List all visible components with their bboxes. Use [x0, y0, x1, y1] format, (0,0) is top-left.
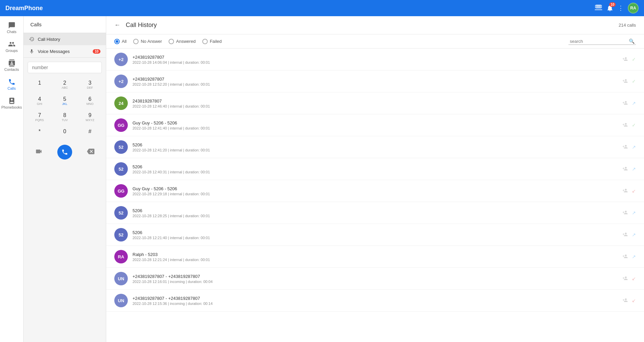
sidebar-item-contacts[interactable]: Contacts [0, 57, 23, 74]
dial-key-hash[interactable]: # [78, 126, 102, 141]
back-button[interactable]: ← [114, 22, 120, 29]
phonebooks-label: Phonebooks [1, 105, 22, 109]
call-out-icon[interactable]: ↗ [632, 254, 636, 259]
filter-no-answer[interactable]: No Answer [133, 39, 162, 44]
call-button[interactable] [57, 145, 72, 160]
add-contact-icon[interactable] [622, 297, 628, 304]
filter-failed[interactable]: Failed [202, 39, 222, 44]
call-item[interactable]: UN +243819287807 - +243819287807 2022-10… [106, 290, 644, 312]
user-avatar[interactable]: RA [628, 3, 639, 13]
call-actions: ✓ [622, 56, 636, 63]
call-info: Ralph - 5203 2022-10-28 12:21:24 | inter… [133, 252, 618, 262]
dial-key-0[interactable]: 0 [53, 126, 77, 141]
call-missed-icon[interactable]: ↙ [632, 188, 636, 194]
dial-key-6[interactable]: 6MNO [78, 93, 102, 108]
dial-key-1[interactable]: 1 [28, 77, 52, 92]
call-item[interactable]: GG Guy Guy - 5206 - 5206 2022-10-28 12:4… [106, 114, 644, 136]
video-call-icon[interactable] [35, 148, 42, 157]
call-item[interactable]: GG Guy Guy - 5206 - 5206 2022-10-28 12:2… [106, 180, 644, 202]
call-info: Guy Guy - 5206 - 5206 2022-10-28 12:29:1… [133, 186, 618, 196]
sidebar-item-phonebooks[interactable]: Phonebooks [0, 94, 23, 112]
call-item[interactable]: +2 +243819287807 2022-10-28 12:52:20 | i… [106, 70, 644, 92]
notifications-bell[interactable]: 10 [606, 4, 614, 12]
dial-key-5[interactable]: 5JKL [53, 93, 77, 108]
call-meta: 2022-10-28 12:41:20 | internal | duratio… [133, 148, 618, 152]
page-title: Call History [126, 22, 613, 29]
call-info: +243819287807 2022-10-28 14:06:04 | inte… [133, 55, 618, 64]
call-info: 5206 2022-10-28 12:21:40 | internal | du… [133, 230, 618, 240]
call-actions: ✓ [622, 78, 636, 85]
main-content: ← Call History 214 calls All No Answer A… [106, 16, 644, 342]
app-logo: DreamPhone [5, 5, 595, 12]
filter-all[interactable]: All [114, 39, 126, 44]
add-contact-icon[interactable] [622, 100, 628, 107]
add-contact-icon[interactable] [622, 56, 628, 63]
add-contact-icon[interactable] [622, 210, 628, 216]
dial-key-2[interactable]: 2ABC [53, 77, 77, 92]
radio-failed [202, 39, 208, 44]
sidebar-item-calls[interactable]: Calls [0, 76, 23, 93]
call-out-icon[interactable]: ↗ [632, 101, 636, 106]
call-avatar: RA [114, 250, 128, 263]
more-options-icon[interactable]: ⋮ [618, 4, 624, 12]
filter-answered-label: Answered [176, 39, 196, 44]
backspace-icon[interactable] [87, 148, 94, 157]
add-contact-icon[interactable] [622, 232, 628, 238]
call-actions: ↙ [622, 276, 636, 282]
add-contact-icon[interactable] [622, 144, 628, 150]
call-info: +243819287807 - +243819287807 2022-10-28… [133, 296, 618, 306]
call-item[interactable]: RA Ralph - 5203 2022-10-28 12:21:24 | in… [106, 246, 644, 268]
call-info: 5206 2022-10-28 12:28:25 | internal | du… [133, 208, 618, 218]
call-out-icon[interactable]: ↗ [632, 210, 636, 216]
call-item[interactable]: 52 5206 2022-10-28 12:41:20 | internal |… [106, 136, 644, 158]
dial-key-3[interactable]: 3DEF [78, 77, 102, 92]
call-out-icon[interactable]: ↗ [632, 232, 636, 237]
call-out-icon[interactable]: ↗ [632, 166, 636, 172]
call-actions: ✓ [622, 122, 636, 129]
call-in-icon[interactable]: ✓ [632, 57, 636, 62]
call-actions: ↗ [622, 166, 636, 172]
add-contact-icon[interactable] [622, 276, 628, 282]
call-name: +243819287807 - +243819287807 [133, 296, 618, 301]
call-in-icon[interactable]: ✓ [632, 79, 636, 84]
dial-key-star[interactable]: * [28, 126, 52, 141]
sidebar-item-groups[interactable]: Groups [0, 38, 23, 55]
dial-key-8[interactable]: 8TUV [53, 110, 77, 124]
call-item[interactable]: 52 5206 2022-10-28 12:28:25 | internal |… [106, 202, 644, 224]
content-header: ← Call History 214 calls [106, 16, 644, 34]
call-avatar: 24 [114, 96, 128, 110]
radio-no-answer [133, 39, 139, 44]
call-item[interactable]: +2 +243819287807 2022-10-28 14:06:04 | i… [106, 49, 644, 70]
add-contact-icon[interactable] [622, 254, 628, 260]
call-in-icon[interactable]: ✓ [632, 122, 636, 128]
add-contact-icon[interactable] [622, 78, 628, 85]
screen-share-icon[interactable] [595, 4, 602, 13]
add-contact-icon[interactable] [622, 188, 628, 194]
call-item[interactable]: 24 243819287807 2022-10-28 12:46:40 | in… [106, 92, 644, 114]
call-missed-icon[interactable]: ↙ [632, 276, 636, 281]
dial-key-4[interactable]: 4GHI [28, 93, 52, 108]
filter-answered[interactable]: Answered [169, 39, 196, 44]
call-item[interactable]: 52 5206 2022-10-28 12:21:40 | internal |… [106, 224, 644, 246]
call-actions: ↗ [622, 210, 636, 216]
dialpad-actions [28, 143, 102, 161]
dial-key-9[interactable]: 9WXYZ [78, 110, 102, 124]
call-info: +243819287807 2022-10-28 12:52:20 | inte… [133, 77, 618, 86]
call-out-icon[interactable]: ↗ [632, 144, 636, 150]
call-avatar: +2 [114, 75, 128, 88]
groups-label: Groups [5, 49, 18, 53]
search-input[interactable] [570, 39, 629, 44]
call-meta: 2022-10-28 12:15:36 | incoming | duratio… [133, 302, 618, 306]
sidebar-item-chats[interactable]: Chats [0, 19, 23, 36]
call-missed-icon[interactable]: ↙ [632, 298, 636, 303]
call-item[interactable]: 52 5206 2022-10-28 12:40:31 | internal |… [106, 158, 644, 180]
add-contact-icon[interactable] [622, 166, 628, 172]
dial-key-7[interactable]: 7PQRS [28, 110, 52, 124]
add-contact-icon[interactable] [622, 122, 628, 129]
menu-item-voice-messages[interactable]: Voice Messages 10 [24, 45, 106, 57]
call-item[interactable]: UN +243819287807 - +243819287807 2022-10… [106, 268, 644, 290]
call-avatar: 52 [114, 162, 128, 176]
call-meta: 2022-10-28 12:21:24 | internal | duratio… [133, 258, 618, 262]
menu-item-call-history[interactable]: Call History [24, 33, 106, 45]
dialpad-input[interactable] [28, 62, 102, 73]
